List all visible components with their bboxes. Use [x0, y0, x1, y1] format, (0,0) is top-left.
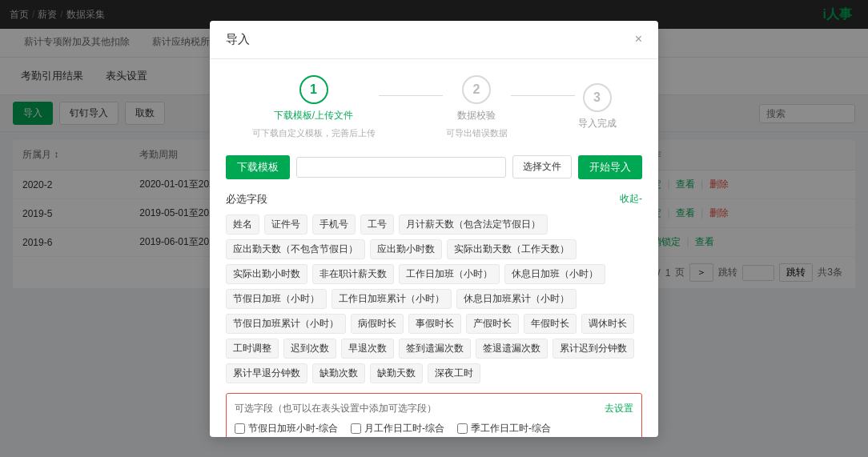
tag-1: 证件号: [264, 214, 307, 235]
tag-15: 节假日加班累计（小时）: [226, 314, 346, 334]
checkbox-item-0[interactable]: 节假日加班小时-综合: [235, 422, 338, 435]
start-import-button[interactable]: 开始导入: [578, 155, 642, 179]
checkbox-label-0: 节假日加班小时-综合: [248, 422, 338, 435]
tag-16: 病假时长: [351, 314, 404, 334]
step-1-label: 下载模板/上传文件: [274, 109, 353, 122]
required-section-header: 必选字段 收起-: [226, 192, 642, 206]
checkbox-label-1: 月工作日工时-综合: [364, 422, 444, 435]
step-2-label: 数据校验: [457, 109, 496, 122]
step-3: 3 导入完成: [578, 83, 617, 130]
checkbox-item-1[interactable]: 月工作日工时-综合: [351, 422, 444, 435]
optional-header: 可选字段（也可以在表头设置中添加可选字段） 去设置: [235, 402, 633, 415]
tag-22: 迟到次数: [283, 339, 336, 359]
tag-18: 产假时长: [466, 314, 519, 334]
tag-21: 工时调整: [226, 339, 279, 359]
tag-3: 工号: [360, 214, 394, 235]
tag-7: 实际出勤天数（工作天数）: [447, 239, 577, 259]
step-1-desc: 可下载自定义模板，完善后上传: [252, 127, 376, 139]
required-title: 必选字段: [226, 192, 267, 206]
tag-2: 手机号: [312, 214, 356, 235]
tag-29: 缺勤天数: [370, 363, 423, 383]
steps-indicator: 1 下载模板/上传文件 可下载自定义模板，完善后上传 2 数据校验 可导出错误数…: [226, 75, 642, 139]
tag-19: 年假时长: [524, 314, 577, 334]
tag-27: 累计早退分钟数: [226, 363, 307, 383]
goto-settings-link[interactable]: 去设置: [605, 402, 633, 415]
choose-file-button[interactable]: 选择文件: [512, 155, 572, 178]
modal-body: 1 下载模板/上传文件 可下载自定义模板，完善后上传 2 数据校验 可导出错误数…: [210, 59, 658, 437]
optional-section: 可选字段（也可以在表头设置中添加可选字段） 去设置 节假日加班小时-综合 月工作…: [226, 393, 642, 437]
tag-6: 应出勤小时数: [370, 239, 442, 259]
optional-title: 可选字段（也可以在表头设置中添加可选字段）: [235, 402, 436, 415]
tag-14: 休息日加班累计（小时）: [456, 289, 577, 309]
modal-overlay: 导入 × 1 下载模板/上传文件 可下载自定义模板，完善后上传 2 数据校验 可…: [0, 0, 868, 457]
tag-13: 工作日加班累计（小时）: [332, 289, 452, 309]
step-2: 2 数据校验 可导出错误数据: [446, 75, 508, 139]
modal-header: 导入 ×: [210, 21, 658, 59]
tag-28: 缺勤次数: [312, 363, 365, 383]
file-path-input[interactable]: [296, 157, 506, 178]
tag-0: 姓名: [226, 214, 259, 235]
step-1: 1 下载模板/上传文件 可下载自定义模板，完善后上传: [252, 75, 376, 139]
step-3-circle: 3: [583, 83, 612, 112]
checkbox-item-2[interactable]: 季工作日工时-综合: [457, 422, 551, 435]
tag-12: 节假日加班（小时）: [226, 289, 327, 309]
tag-23: 早退次数: [341, 339, 394, 359]
step-3-label: 导入完成: [578, 117, 617, 130]
tag-30: 深夜工时: [428, 363, 480, 383]
download-template-button[interactable]: 下载模板: [226, 155, 290, 179]
step-1-circle: 1: [299, 75, 328, 104]
modal-title: 导入: [226, 32, 250, 47]
modal-close-button[interactable]: ×: [635, 32, 642, 46]
step-line-1: [379, 95, 443, 96]
optional-checkboxes-row-1: 节假日加班小时-综合 月工作日工时-综合 季工作日工时-综合 年工作日工时-综合: [235, 422, 633, 437]
tag-11: 休息日加班（小时）: [504, 264, 605, 284]
tag-9: 非在职计薪天数: [312, 264, 394, 284]
tag-26: 累计迟到分钟数: [553, 339, 634, 359]
tag-10: 工作日加班（小时）: [399, 264, 500, 284]
step-line-2: [511, 95, 575, 96]
tag-25: 签退遗漏次数: [476, 339, 548, 359]
tag-17: 事假时长: [408, 314, 461, 334]
upload-row: 下载模板 选择文件 开始导入: [226, 155, 642, 179]
tag-8: 实际出勤小时数: [226, 264, 307, 284]
required-tags-area: 姓名 证件号 手机号 工号 月计薪天数（包含法定节假日） 应出勤天数（不包含节假…: [226, 214, 642, 383]
step-2-circle: 2: [462, 75, 491, 104]
checkbox-1[interactable]: [351, 423, 361, 434]
checkbox-0[interactable]: [235, 423, 245, 434]
tag-4: 月计薪天数（包含法定节假日）: [399, 214, 548, 235]
checkbox-label-2: 季工作日工时-综合: [471, 422, 551, 435]
checkbox-2[interactable]: [457, 423, 468, 434]
step-2-desc: 可导出错误数据: [446, 127, 508, 139]
tag-20: 调休时长: [581, 314, 634, 334]
tag-24: 签到遗漏次数: [399, 339, 471, 359]
collapse-link[interactable]: 收起-: [620, 192, 642, 206]
tag-5: 应出勤天数（不包含节假日）: [226, 239, 365, 259]
import-modal: 导入 × 1 下载模板/上传文件 可下载自定义模板，完善后上传 2 数据校验 可…: [210, 21, 658, 437]
